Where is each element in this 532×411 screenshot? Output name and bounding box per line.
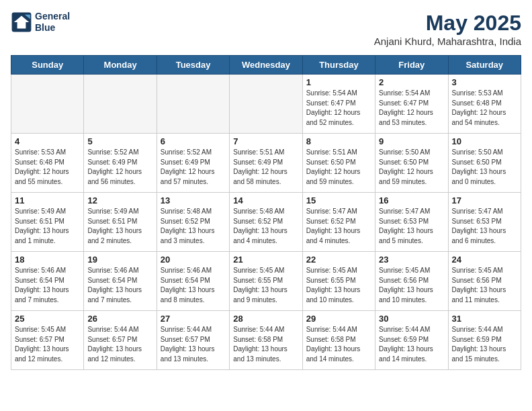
day-number: 18 bbox=[15, 255, 80, 265]
cell-content: Sunrise: 5:48 AM Sunset: 6:52 PM Dayligh… bbox=[233, 207, 298, 246]
cell-content: Sunrise: 5:47 AM Sunset: 6:53 PM Dayligh… bbox=[452, 207, 517, 246]
cell-content: Sunrise: 5:52 AM Sunset: 6:49 PM Dayligh… bbox=[161, 148, 226, 187]
day-number: 31 bbox=[452, 314, 517, 324]
calendar-week-row: 1Sunrise: 5:54 AM Sunset: 6:47 PM Daylig… bbox=[11, 75, 521, 134]
day-number: 28 bbox=[233, 314, 298, 324]
day-number: 24 bbox=[452, 255, 517, 265]
cell-content: Sunrise: 5:46 AM Sunset: 6:54 PM Dayligh… bbox=[15, 266, 80, 305]
day-number: 7 bbox=[233, 136, 298, 146]
calendar-cell: 13Sunrise: 5:48 AM Sunset: 6:52 PM Dayli… bbox=[157, 193, 229, 252]
logo: General Blue bbox=[11, 11, 70, 34]
day-number: 20 bbox=[161, 255, 226, 265]
cell-content: Sunrise: 5:53 AM Sunset: 6:48 PM Dayligh… bbox=[15, 148, 80, 187]
cell-content: Sunrise: 5:51 AM Sunset: 6:50 PM Dayligh… bbox=[306, 148, 371, 187]
cell-content: Sunrise: 5:45 AM Sunset: 6:56 PM Dayligh… bbox=[379, 266, 444, 305]
cell-content: Sunrise: 5:47 AM Sunset: 6:53 PM Dayligh… bbox=[379, 207, 444, 246]
day-number: 2 bbox=[379, 77, 444, 87]
weekday-header: Sunday bbox=[11, 56, 84, 75]
calendar-cell: 27Sunrise: 5:44 AM Sunset: 6:57 PM Dayli… bbox=[157, 311, 229, 370]
calendar-cell: 14Sunrise: 5:48 AM Sunset: 6:52 PM Dayli… bbox=[230, 193, 302, 252]
day-number: 11 bbox=[15, 195, 80, 205]
title-block: May 2025 Anjani Khurd, Maharashtra, Indi… bbox=[374, 11, 521, 47]
cell-content: Sunrise: 5:54 AM Sunset: 6:47 PM Dayligh… bbox=[379, 89, 444, 128]
calendar-cell: 15Sunrise: 5:47 AM Sunset: 6:52 PM Dayli… bbox=[302, 193, 375, 252]
cell-content: Sunrise: 5:47 AM Sunset: 6:52 PM Dayligh… bbox=[306, 207, 371, 246]
cell-content: Sunrise: 5:51 AM Sunset: 6:49 PM Dayligh… bbox=[233, 148, 298, 187]
calendar-cell: 16Sunrise: 5:47 AM Sunset: 6:53 PM Dayli… bbox=[375, 193, 448, 252]
calendar-cell: 1Sunrise: 5:54 AM Sunset: 6:47 PM Daylig… bbox=[302, 75, 375, 134]
day-number: 12 bbox=[87, 195, 152, 205]
day-number: 25 bbox=[15, 314, 80, 324]
day-number: 27 bbox=[161, 314, 226, 324]
cell-content: Sunrise: 5:49 AM Sunset: 6:51 PM Dayligh… bbox=[15, 207, 80, 246]
weekday-header: Tuesday bbox=[157, 56, 229, 75]
cell-content: Sunrise: 5:50 AM Sunset: 6:50 PM Dayligh… bbox=[379, 148, 444, 187]
cell-content: Sunrise: 5:45 AM Sunset: 6:56 PM Dayligh… bbox=[452, 266, 517, 305]
calendar-cell: 19Sunrise: 5:46 AM Sunset: 6:54 PM Dayli… bbox=[84, 252, 157, 311]
calendar-cell bbox=[157, 75, 229, 134]
calendar-cell: 12Sunrise: 5:49 AM Sunset: 6:51 PM Dayli… bbox=[84, 193, 157, 252]
weekday-header: Monday bbox=[84, 56, 157, 75]
calendar-cell: 25Sunrise: 5:45 AM Sunset: 6:57 PM Dayli… bbox=[11, 311, 84, 370]
calendar-week-row: 25Sunrise: 5:45 AM Sunset: 6:57 PM Dayli… bbox=[11, 311, 521, 370]
cell-content: Sunrise: 5:53 AM Sunset: 6:48 PM Dayligh… bbox=[452, 89, 517, 128]
calendar-cell: 26Sunrise: 5:44 AM Sunset: 6:57 PM Dayli… bbox=[84, 311, 157, 370]
calendar-cell: 6Sunrise: 5:52 AM Sunset: 6:49 PM Daylig… bbox=[157, 134, 229, 193]
day-number: 15 bbox=[306, 195, 371, 205]
day-number: 14 bbox=[233, 195, 298, 205]
day-number: 21 bbox=[233, 255, 298, 265]
calendar-cell: 28Sunrise: 5:44 AM Sunset: 6:58 PM Dayli… bbox=[230, 311, 302, 370]
calendar-cell bbox=[11, 75, 84, 134]
calendar-cell bbox=[84, 75, 157, 134]
weekday-header-row: SundayMondayTuesdayWednesdayThursdayFrid… bbox=[11, 56, 521, 75]
calendar-week-row: 4Sunrise: 5:53 AM Sunset: 6:48 PM Daylig… bbox=[11, 134, 521, 193]
day-number: 16 bbox=[379, 195, 444, 205]
calendar-cell: 31Sunrise: 5:44 AM Sunset: 6:59 PM Dayli… bbox=[448, 311, 521, 370]
cell-content: Sunrise: 5:44 AM Sunset: 6:59 PM Dayligh… bbox=[379, 325, 444, 364]
day-number: 1 bbox=[306, 77, 371, 87]
day-number: 5 bbox=[87, 136, 152, 146]
day-number: 13 bbox=[161, 195, 226, 205]
calendar-cell: 23Sunrise: 5:45 AM Sunset: 6:56 PM Dayli… bbox=[375, 252, 448, 311]
cell-content: Sunrise: 5:44 AM Sunset: 6:58 PM Dayligh… bbox=[306, 325, 371, 364]
day-number: 23 bbox=[379, 255, 444, 265]
location: Anjani Khurd, Maharashtra, India bbox=[374, 36, 521, 47]
calendar-cell: 2Sunrise: 5:54 AM Sunset: 6:47 PM Daylig… bbox=[375, 75, 448, 134]
calendar-cell: 18Sunrise: 5:46 AM Sunset: 6:54 PM Dayli… bbox=[11, 252, 84, 311]
calendar-cell: 17Sunrise: 5:47 AM Sunset: 6:53 PM Dayli… bbox=[448, 193, 521, 252]
calendar-cell: 21Sunrise: 5:45 AM Sunset: 6:55 PM Dayli… bbox=[230, 252, 302, 311]
day-number: 29 bbox=[306, 314, 371, 324]
cell-content: Sunrise: 5:44 AM Sunset: 6:58 PM Dayligh… bbox=[233, 325, 298, 364]
cell-content: Sunrise: 5:44 AM Sunset: 6:59 PM Dayligh… bbox=[452, 325, 517, 364]
cell-content: Sunrise: 5:49 AM Sunset: 6:51 PM Dayligh… bbox=[87, 207, 152, 246]
cell-content: Sunrise: 5:52 AM Sunset: 6:49 PM Dayligh… bbox=[87, 148, 152, 187]
cell-content: Sunrise: 5:50 AM Sunset: 6:50 PM Dayligh… bbox=[452, 148, 517, 187]
day-number: 3 bbox=[452, 77, 517, 87]
calendar-cell: 11Sunrise: 5:49 AM Sunset: 6:51 PM Dayli… bbox=[11, 193, 84, 252]
cell-content: Sunrise: 5:45 AM Sunset: 6:55 PM Dayligh… bbox=[306, 266, 371, 305]
cell-content: Sunrise: 5:45 AM Sunset: 6:57 PM Dayligh… bbox=[15, 325, 80, 364]
weekday-header: Wednesday bbox=[230, 56, 302, 75]
calendar-cell: 24Sunrise: 5:45 AM Sunset: 6:56 PM Dayli… bbox=[448, 252, 521, 311]
cell-content: Sunrise: 5:46 AM Sunset: 6:54 PM Dayligh… bbox=[161, 266, 226, 305]
day-number: 6 bbox=[161, 136, 226, 146]
cell-content: Sunrise: 5:54 AM Sunset: 6:47 PM Dayligh… bbox=[306, 89, 371, 128]
calendar-cell: 7Sunrise: 5:51 AM Sunset: 6:49 PM Daylig… bbox=[230, 134, 302, 193]
day-number: 30 bbox=[379, 314, 444, 324]
calendar-week-row: 18Sunrise: 5:46 AM Sunset: 6:54 PM Dayli… bbox=[11, 252, 521, 311]
day-number: 26 bbox=[87, 314, 152, 324]
calendar-cell: 3Sunrise: 5:53 AM Sunset: 6:48 PM Daylig… bbox=[448, 75, 521, 134]
calendar-cell: 29Sunrise: 5:44 AM Sunset: 6:58 PM Dayli… bbox=[302, 311, 375, 370]
calendar-cell: 10Sunrise: 5:50 AM Sunset: 6:50 PM Dayli… bbox=[448, 134, 521, 193]
calendar-cell: 4Sunrise: 5:53 AM Sunset: 6:48 PM Daylig… bbox=[11, 134, 84, 193]
logo-icon bbox=[11, 11, 32, 33]
calendar-cell: 20Sunrise: 5:46 AM Sunset: 6:54 PM Dayli… bbox=[157, 252, 229, 311]
weekday-header: Saturday bbox=[448, 56, 521, 75]
calendar-cell bbox=[230, 75, 302, 134]
calendar-table: SundayMondayTuesdayWednesdayThursdayFrid… bbox=[11, 55, 521, 370]
calendar-cell: 8Sunrise: 5:51 AM Sunset: 6:50 PM Daylig… bbox=[302, 134, 375, 193]
cell-content: Sunrise: 5:46 AM Sunset: 6:54 PM Dayligh… bbox=[87, 266, 152, 305]
calendar-cell: 30Sunrise: 5:44 AM Sunset: 6:59 PM Dayli… bbox=[375, 311, 448, 370]
cell-content: Sunrise: 5:44 AM Sunset: 6:57 PM Dayligh… bbox=[161, 325, 226, 364]
calendar-week-row: 11Sunrise: 5:49 AM Sunset: 6:51 PM Dayli… bbox=[11, 193, 521, 252]
